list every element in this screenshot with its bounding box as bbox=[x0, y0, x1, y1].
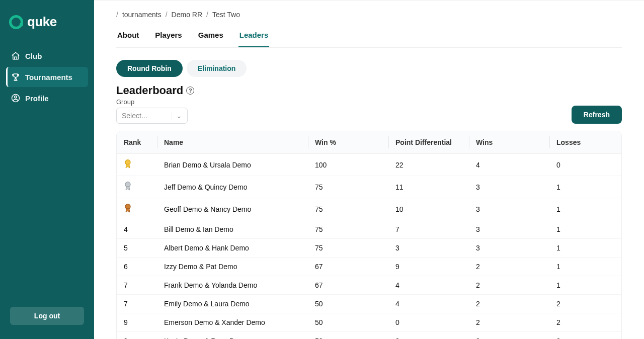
breadcrumb-item[interactable]: tournaments bbox=[122, 11, 162, 19]
cell-name: Izzy Demo & Pat Demo bbox=[157, 258, 308, 276]
sidebar-item-label: Club bbox=[25, 52, 42, 60]
user-icon bbox=[11, 94, 20, 103]
cell-losses: 1 bbox=[549, 258, 621, 276]
breadcrumb-sep: / bbox=[206, 11, 208, 19]
table-row: Geoff Demo & Nancy Demo 75 10 3 1 bbox=[117, 198, 621, 220]
medal-gold-icon bbox=[124, 159, 132, 169]
cell-losses: 2 bbox=[549, 332, 621, 340]
cell-rank: 9 bbox=[124, 337, 128, 339]
th-name[interactable]: Name bbox=[157, 131, 308, 154]
cell-winp: 50 bbox=[308, 332, 388, 340]
cell-diff: 11 bbox=[388, 176, 469, 198]
cell-losses: 1 bbox=[549, 198, 621, 220]
cell-losses: 1 bbox=[549, 220, 621, 239]
cell-name: Geoff Demo & Nancy Demo bbox=[157, 198, 308, 220]
th-diff[interactable]: Point Differential bbox=[388, 131, 469, 154]
cell-losses: 2 bbox=[549, 313, 621, 332]
sidebar-item-club[interactable]: Club bbox=[6, 46, 88, 66]
logout-button[interactable]: Log out bbox=[10, 307, 84, 325]
svg-point-3 bbox=[125, 182, 130, 187]
home-icon bbox=[11, 51, 20, 60]
table-row: 4 Bill Demo & Ian Demo 75 7 3 1 bbox=[117, 220, 621, 239]
tabs: About Players Games Leaders bbox=[116, 24, 622, 48]
th-winp[interactable]: Win % bbox=[308, 131, 388, 154]
cell-winp: 67 bbox=[308, 258, 388, 276]
cell-name: Brian Demo & Ursala Demo bbox=[157, 154, 308, 176]
table-row: Brian Demo & Ursala Demo 100 22 4 0 bbox=[117, 154, 621, 176]
cell-winp: 75 bbox=[308, 176, 388, 198]
select-placeholder: Select... bbox=[122, 112, 147, 120]
cell-losses: 1 bbox=[549, 276, 621, 295]
cell-rank: 7 bbox=[124, 300, 128, 308]
medal-bronze-icon bbox=[124, 203, 132, 213]
chevron-down-icon: ⌄ bbox=[172, 112, 182, 120]
cell-name: Jeff Demo & Quincy Demo bbox=[157, 176, 308, 198]
tab-leaders[interactable]: Leaders bbox=[238, 24, 270, 47]
sidebar-item-label: Tournaments bbox=[25, 73, 72, 81]
cell-name: Kevin Demo & Ryan Demo bbox=[157, 332, 308, 340]
table-row: 7 Frank Demo & Yolanda Demo 67 4 2 1 bbox=[117, 276, 621, 295]
cell-name: Frank Demo & Yolanda Demo bbox=[157, 276, 308, 295]
cell-losses: 1 bbox=[549, 239, 621, 258]
main: / tournaments / Demo RR / Test Two About… bbox=[94, 0, 644, 339]
table-row: 7 Emily Demo & Laura Demo 50 4 2 2 bbox=[117, 295, 621, 313]
tab-players[interactable]: Players bbox=[154, 24, 183, 47]
table-row: 5 Albert Demo & Hank Demo 75 3 3 1 bbox=[117, 239, 621, 258]
sidebar-item-profile[interactable]: Profile bbox=[6, 88, 88, 108]
cell-name: Bill Demo & Ian Demo bbox=[157, 220, 308, 239]
sidebar-item-tournaments[interactable]: Tournaments bbox=[6, 67, 88, 87]
th-losses[interactable]: Losses bbox=[549, 131, 621, 154]
breadcrumb: / tournaments / Demo RR / Test Two bbox=[116, 4, 622, 24]
subtab-elimination[interactable]: Elimination bbox=[187, 60, 247, 77]
breadcrumb-sep: / bbox=[166, 11, 168, 19]
cell-name: Albert Demo & Hank Demo bbox=[157, 239, 308, 258]
cell-diff: 10 bbox=[388, 198, 469, 220]
table-row: 9 Emerson Demo & Xander Demo 50 0 2 2 bbox=[117, 313, 621, 332]
sidebar-item-label: Profile bbox=[25, 94, 49, 103]
cell-winp: 67 bbox=[308, 276, 388, 295]
tab-about[interactable]: About bbox=[116, 24, 140, 47]
cell-losses: 0 bbox=[549, 154, 621, 176]
cell-wins: 2 bbox=[469, 276, 549, 295]
cell-losses: 1 bbox=[549, 176, 621, 198]
tab-games[interactable]: Games bbox=[197, 24, 224, 47]
cell-diff: 0 bbox=[388, 313, 469, 332]
cell-rank: 9 bbox=[124, 318, 128, 326]
subtabs: Round Robin Elimination bbox=[116, 60, 622, 77]
cell-diff: 7 bbox=[388, 220, 469, 239]
breadcrumb-item[interactable]: Test Two bbox=[212, 11, 240, 19]
cell-wins: 2 bbox=[469, 258, 549, 276]
cell-rank: 5 bbox=[124, 244, 128, 252]
cell-diff: 0 bbox=[388, 332, 469, 340]
brand-name: quke bbox=[27, 14, 57, 30]
breadcrumb-item[interactable]: Demo RR bbox=[172, 11, 202, 19]
group-select[interactable]: Select... ⌄ bbox=[116, 108, 188, 124]
logo-icon bbox=[9, 15, 23, 29]
cell-winp: 50 bbox=[308, 295, 388, 313]
svg-point-1 bbox=[15, 96, 17, 99]
help-icon[interactable]: ? bbox=[186, 87, 194, 95]
cell-wins: 3 bbox=[469, 239, 549, 258]
cell-winp: 100 bbox=[308, 154, 388, 176]
cell-name: Emerson Demo & Xander Demo bbox=[157, 313, 308, 332]
th-wins[interactable]: Wins bbox=[469, 131, 549, 154]
cell-diff: 3 bbox=[388, 239, 469, 258]
cell-wins: 3 bbox=[469, 198, 549, 220]
cell-wins: 4 bbox=[469, 154, 549, 176]
group-label: Group bbox=[116, 98, 188, 106]
cell-winp: 75 bbox=[308, 220, 388, 239]
cell-winp: 75 bbox=[308, 239, 388, 258]
refresh-button[interactable]: Refresh bbox=[572, 106, 622, 124]
sidebar-nav: Club Tournaments Profile bbox=[6, 46, 88, 108]
cell-wins: 2 bbox=[469, 313, 549, 332]
cell-winp: 75 bbox=[308, 198, 388, 220]
breadcrumb-sep: / bbox=[116, 11, 118, 19]
cell-name: Emily Demo & Laura Demo bbox=[157, 295, 308, 313]
page-title: Leaderboard bbox=[116, 84, 183, 97]
cell-winp: 50 bbox=[308, 313, 388, 332]
cell-diff: 9 bbox=[388, 258, 469, 276]
cell-losses: 2 bbox=[549, 295, 621, 313]
cell-wins: 3 bbox=[469, 176, 549, 198]
th-rank[interactable]: Rank bbox=[117, 131, 157, 154]
subtab-round-robin[interactable]: Round Robin bbox=[116, 60, 183, 77]
